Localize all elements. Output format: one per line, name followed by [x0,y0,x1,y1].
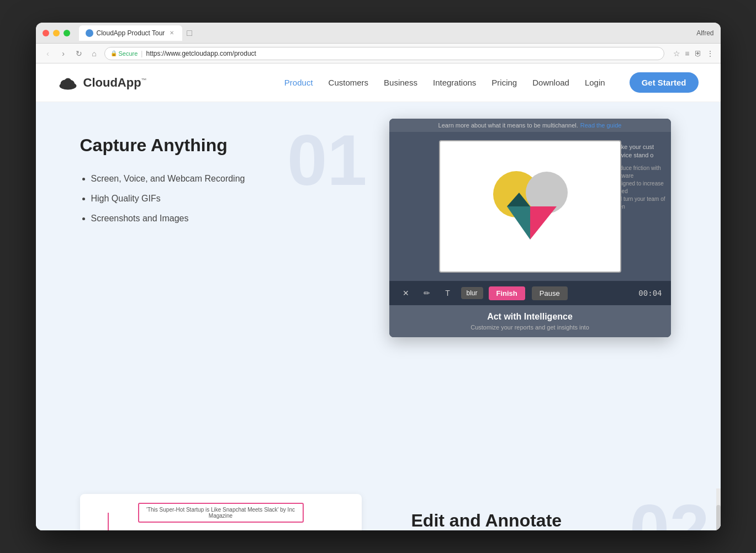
tab-favicon [86,29,93,37]
nav-login[interactable]: Login [585,78,605,87]
blur-button[interactable]: blur [461,287,483,299]
feature-item-3: Screenshots and Images [91,212,356,225]
video-time: 00:04 [638,289,662,297]
nav-integrations[interactable]: Integrations [433,78,476,87]
feature-list: Screen, Voice, and Webcam Recording High… [80,172,356,225]
nav-pricing[interactable]: Pricing [491,78,517,87]
video-top-text: Learn more about what it means to be mul… [438,122,578,129]
scrollbar-thumb[interactable] [716,505,721,530]
shield-icon[interactable]: ⛨ [694,49,702,58]
url-bar[interactable]: 🔒 Secure | https://www.getcloudapp.com/p… [104,47,665,60]
section-1-left: 01 Capture Anything Screen, Voice, and W… [36,102,378,488]
feature-item-2: High Quality GIFs [91,192,356,205]
text-button[interactable]: T [440,285,456,301]
close-ctrl-button[interactable]: ✕ [398,285,414,301]
nav-customers[interactable]: Customers [329,78,369,87]
url-text: https://www.getcloudapp.com/product [146,50,256,57]
address-bar: ‹ › ↻ ⌂ 🔒 Secure | https://www.getclouda… [36,44,721,63]
act-subtitle: Customize your reports and get insights … [398,324,662,331]
active-tab[interactable]: CloudApp Product Tour ✕ [79,25,183,41]
section-2-right: 02 Edit and Annotate Enhance images with… [378,488,721,530]
tab-close-button[interactable]: ✕ [168,29,176,37]
svg-point-3 [64,78,72,86]
maximize-button[interactable] [64,30,70,36]
back-button[interactable]: ‹ [43,49,54,58]
svg-marker-7 [530,206,557,240]
arrow-line [108,513,109,530]
finish-button[interactable]: Finish [489,286,525,300]
nav-product[interactable]: Product [284,78,313,87]
bookmark-icon[interactable]: ☆ [673,49,680,58]
website-content: CloudApp™ Product Customers Business Int… [36,63,721,530]
video-bottom: Act with Intelligence Customize your rep… [389,305,671,337]
lock-icon: 🔒 [110,50,117,56]
annotation-text-label: Make rectangle and text bigger 👍 [89,528,353,530]
home-button[interactable]: ⌂ [89,49,100,58]
video-player: Learn more about what it means to be mul… [389,119,671,337]
draw-button[interactable]: ✏ [419,285,435,301]
tab-title: CloudApp Product Tour [97,29,165,37]
title-bar: CloudApp Product Tour ✕ □ Alfred [36,23,721,44]
video-top-link[interactable]: Read the guide [580,122,622,129]
menu-icon[interactable]: ⋮ [706,49,714,58]
secure-text: Secure [119,50,138,57]
arrow-area: Make rectangle and text bigger 👍 [89,528,353,530]
forward-button[interactable]: › [58,49,69,58]
logo-area[interactable]: CloudApp™ [58,75,147,91]
feature-item-1: Screen, Voice, and Webcam Recording [91,172,356,185]
logo-tm: ™ [141,77,147,83]
site-nav: CloudApp™ Product Customers Business Int… [36,63,721,102]
nav-download[interactable]: Download [532,78,569,87]
traffic-lights [43,30,70,36]
get-started-button[interactable]: Get Started [630,72,699,93]
heart-graphic [475,151,585,262]
new-tab-button[interactable]: □ [187,28,192,38]
user-name: Alfred [696,29,713,37]
nav-links: Product Customers Business Integrations … [284,72,699,93]
layers-icon[interactable]: ≡ [685,49,689,58]
annotation-preview-area: 'This Super-Hot Startup is Like Snapchat… [36,488,378,530]
address-bar-actions: ☆ ≡ ⛨ ⋮ [673,49,713,58]
video-controls: ✕ ✏ T blur Finish Pause 00:04 [389,281,671,305]
refresh-button[interactable]: ↻ [73,49,84,58]
scrollbar[interactable] [716,488,721,530]
tab-bar: CloudApp Product Tour ✕ □ [79,25,697,41]
section-1-right: Learn more about what it means to be mul… [378,102,721,488]
url-separator: | [141,50,142,57]
section-1-title: Capture Anything [80,135,356,156]
preview-header-label: 'This Super-Hot Startup is Like Snapchat… [138,503,304,523]
logo-text: CloudApp™ [83,76,147,90]
logo-icon [58,75,78,91]
side-text: Make your cust service stand o Reduce fr… [613,143,671,211]
video-top-bar: Learn more about what it means to be mul… [389,119,671,132]
act-title: Act with Intelligence [398,312,662,322]
video-inner-card [439,140,621,273]
video-area: Make your cust service stand o Reduce fr… [389,132,671,281]
nav-business[interactable]: Business [384,78,417,87]
arrow-annotation [105,513,111,530]
minimize-button[interactable] [53,30,60,36]
close-button[interactable] [43,30,49,36]
secure-badge: 🔒 Secure [110,50,138,57]
section-2-title: Edit and Annotate [411,511,699,530]
pause-button[interactable]: Pause [532,286,568,300]
annotation-preview-card: 'This Super-Hot Startup is Like Snapchat… [80,494,362,530]
